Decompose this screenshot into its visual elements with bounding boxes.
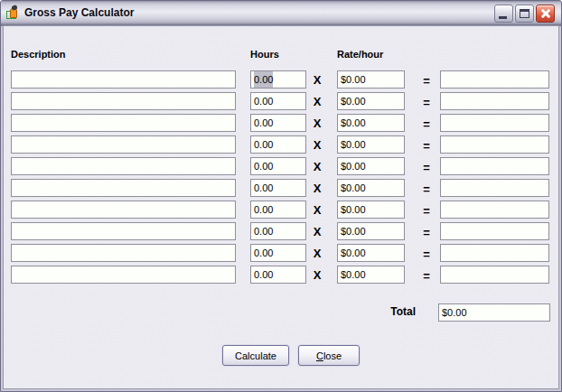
pay-row: 0.00 X $0.00 = bbox=[4, 201, 558, 222]
rate-input[interactable]: $0.00 bbox=[337, 157, 405, 175]
pay-row: 0.00 X $0.00 = bbox=[4, 157, 558, 179]
titlebar-maximize-button[interactable] bbox=[515, 5, 534, 23]
hours-input[interactable]: 0.00 bbox=[250, 114, 306, 132]
multiply-label: X bbox=[311, 182, 323, 198]
hours-column-header: Hours bbox=[250, 49, 279, 61]
pay-row: 0.00 X $0.00 = bbox=[4, 179, 558, 201]
multiply-label: X bbox=[311, 225, 323, 241]
hours-input[interactable]: 0.00 bbox=[250, 70, 306, 89]
result-output[interactable] bbox=[440, 92, 549, 110]
result-output[interactable] bbox=[440, 70, 549, 89]
equals-label: = bbox=[420, 161, 433, 177]
titlebar[interactable]: Gross Pay Calculator bbox=[1, 1, 561, 26]
multiply-label: X bbox=[311, 95, 323, 111]
hours-input[interactable]: 0.00 bbox=[250, 222, 306, 240]
pay-row: 0.00 X $0.00 = bbox=[4, 244, 558, 266]
maximize-icon bbox=[520, 9, 529, 18]
description-input[interactable] bbox=[11, 92, 236, 110]
hours-input[interactable]: 0.00 bbox=[250, 266, 306, 284]
titlebar-close-button[interactable] bbox=[536, 5, 555, 23]
pay-row: 0.00 X $0.00 = bbox=[4, 135, 558, 157]
app-icon[interactable] bbox=[6, 5, 21, 20]
result-output[interactable] bbox=[440, 222, 549, 240]
description-input[interactable] bbox=[11, 70, 236, 89]
close-action-button[interactable]: Close bbox=[298, 345, 360, 366]
equals-label: = bbox=[420, 139, 433, 155]
multiply-label: X bbox=[311, 160, 323, 176]
hours-input[interactable]: 0.00 bbox=[250, 135, 306, 154]
rate-input[interactable]: $0.00 bbox=[337, 70, 405, 89]
hours-input[interactable]: 0.00 bbox=[250, 179, 306, 197]
rate-input[interactable]: $0.00 bbox=[337, 92, 405, 110]
pay-row: 0.00 X $0.00 = bbox=[4, 266, 558, 287]
pay-row: 0.00 X $0.00 = bbox=[4, 222, 558, 244]
titlebar-minimize-button[interactable] bbox=[494, 5, 513, 23]
rate-input[interactable]: $0.00 bbox=[337, 244, 405, 262]
rate-input[interactable]: $0.00 bbox=[337, 201, 405, 219]
description-input[interactable] bbox=[11, 114, 236, 132]
window-title: Gross Pay Calculator bbox=[24, 6, 134, 19]
minimize-icon bbox=[499, 16, 507, 19]
hours-input[interactable]: 0.00 bbox=[250, 92, 306, 110]
equals-label: = bbox=[420, 269, 433, 285]
multiply-label: X bbox=[311, 117, 323, 133]
client-area: Description Hours Rate/hour 0.00 X $0.00… bbox=[4, 26, 558, 388]
description-input[interactable] bbox=[11, 222, 236, 240]
equals-label: = bbox=[420, 226, 433, 242]
rate-input[interactable]: $0.00 bbox=[337, 135, 405, 154]
result-output[interactable] bbox=[440, 135, 549, 154]
description-column-header: Description bbox=[11, 49, 66, 61]
result-output[interactable] bbox=[440, 179, 549, 197]
total-label: Total bbox=[302, 305, 416, 320]
window-controls bbox=[494, 5, 555, 23]
calculate-button[interactable]: Calculate bbox=[222, 345, 289, 366]
rate-input[interactable]: $0.00 bbox=[337, 114, 405, 132]
rate-input[interactable]: $0.00 bbox=[337, 266, 405, 284]
rows-container: 0.00 X $0.00 = 0.00 X $0.00 = 0.00 X $0.… bbox=[4, 70, 558, 287]
equals-label: = bbox=[420, 74, 433, 90]
rate-input[interactable]: $0.00 bbox=[337, 179, 405, 197]
result-output[interactable] bbox=[440, 244, 549, 262]
equals-label: = bbox=[420, 204, 433, 220]
description-input[interactable] bbox=[11, 179, 236, 197]
close-icon bbox=[537, 5, 554, 22]
hours-input[interactable]: 0.00 bbox=[250, 244, 306, 262]
description-input[interactable] bbox=[11, 266, 236, 284]
multiply-label: X bbox=[311, 138, 323, 154]
rate-input[interactable]: $0.00 bbox=[337, 222, 405, 240]
result-output[interactable] bbox=[440, 114, 549, 132]
result-output[interactable] bbox=[440, 266, 549, 284]
equals-label: = bbox=[420, 96, 433, 112]
equals-label: = bbox=[420, 247, 433, 264]
hours-input[interactable]: 0.00 bbox=[250, 157, 306, 175]
hours-input[interactable]: 0.00 bbox=[250, 201, 306, 219]
description-input[interactable] bbox=[11, 244, 236, 262]
result-output[interactable] bbox=[440, 201, 549, 219]
rate-column-header: Rate/hour bbox=[337, 49, 383, 61]
equals-label: = bbox=[420, 182, 433, 199]
description-input[interactable] bbox=[11, 157, 236, 175]
description-input[interactable] bbox=[11, 201, 236, 219]
equals-label: = bbox=[420, 117, 433, 134]
pay-row: 0.00 X $0.00 = bbox=[4, 114, 558, 135]
result-output[interactable] bbox=[440, 157, 549, 175]
multiply-label: X bbox=[311, 268, 323, 285]
description-input[interactable] bbox=[11, 135, 236, 154]
pay-row: 0.00 X $0.00 = bbox=[4, 92, 558, 114]
multiply-label: X bbox=[311, 203, 323, 219]
total-output[interactable]: $0.00 bbox=[438, 303, 550, 322]
app-window: Gross Pay Calculator Description Hours R… bbox=[0, 0, 562, 392]
multiply-label: X bbox=[311, 247, 323, 263]
pay-row: 0.00 X $0.00 = bbox=[4, 70, 558, 92]
multiply-label: X bbox=[311, 73, 323, 89]
